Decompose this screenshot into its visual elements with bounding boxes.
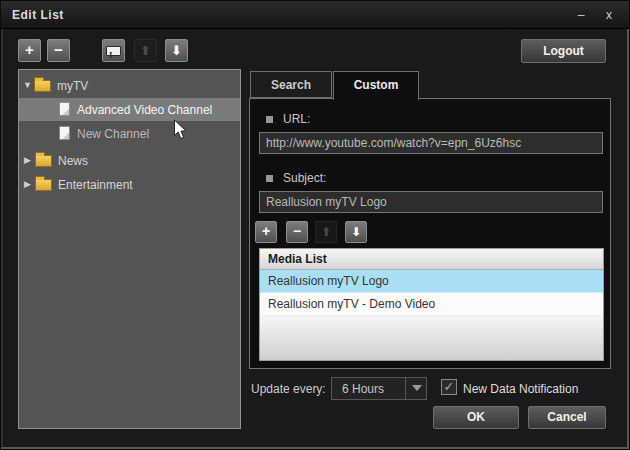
chevron-down-icon [412,385,422,391]
tree-item-entertainment[interactable]: ▶ Entertainment [19,173,240,196]
down-arrow-icon: ⬇ [346,222,366,242]
url-input[interactable] [259,132,603,154]
chevron-expanded-icon: ▼ [23,80,32,90]
subject-label: Subject: [283,171,326,185]
update-interval-dropdown[interactable]: 6 Hours [331,377,427,400]
document-icon [59,126,70,140]
update-every-label: Update every: [251,382,326,396]
up-arrow-icon: ⬆ [135,40,156,61]
tree-item-new-channel[interactable]: New Channel [19,122,240,145]
tree-item-advanced-video-channel[interactable]: Advanced Video Channel [19,98,240,121]
tab-custom[interactable]: Custom [333,71,419,100]
logout-button[interactable]: Logout [521,39,606,63]
remove-channel-button[interactable]: − [47,39,70,62]
down-arrow-icon: ⬇ [166,40,187,61]
minus-icon: − [54,41,63,58]
check-icon: ✓ [444,379,455,394]
update-interval-value: 6 Hours [342,382,384,396]
media-add-button[interactable]: + [255,221,277,243]
subject-input[interactable] [259,191,603,213]
url-label: URL: [283,112,310,126]
dropdown-arrow-button[interactable] [405,378,426,399]
custom-tab-panel: URL: Subject: + − ⬆ ⬇ Media List Reallus… [249,98,611,369]
tree-item-label: New Channel [77,127,149,141]
add-channel-button[interactable]: + [18,39,41,62]
cancel-button[interactable]: Cancel [528,406,606,429]
close-button[interactable]: x [599,6,619,24]
media-list-row[interactable]: Reallusion myTV - Demo Video [260,293,603,316]
title-bar: Edit List – x [1,1,630,29]
plus-icon: + [25,41,34,58]
ok-button[interactable]: OK [433,406,519,429]
bullet-icon [266,116,273,123]
window-title: Edit List [12,8,64,22]
folder-icon [34,80,51,92]
mouse-cursor [173,119,188,144]
tree-item-label: myTV [57,79,88,93]
media-list-row[interactable]: Reallusion myTV Logo [260,270,603,293]
move-down-button[interactable]: ⬇ [165,39,188,62]
up-arrow-icon: ⬆ [316,222,336,242]
tree-item-label: Advanced Video Channel [77,103,212,117]
folder-icon [35,179,52,191]
tree-item-label: Entertainment [58,178,133,192]
edit-list-window: Edit List – x + − ⬆ ⬇ Logout ▼ myTV Adva… [0,0,630,450]
tree-item-mytv[interactable]: ▼ myTV [19,74,240,97]
new-data-notification-label: New Data Notification [463,382,578,396]
media-move-up-button-disabled: ⬆ [315,221,337,243]
media-move-down-button[interactable]: ⬇ [345,221,367,243]
plus-icon: + [262,223,270,239]
tab-search[interactable]: Search [250,71,332,98]
rename-channel-button[interactable] [102,39,125,62]
media-list-header: Media List [260,249,603,270]
move-up-button-disabled: ⬆ [134,39,157,62]
media-list: Media List Reallusion myTV Logo Reallusi… [259,248,604,361]
media-remove-button[interactable]: − [286,221,308,243]
tree-item-label: News [58,154,88,168]
tree-item-news[interactable]: ▶ News [19,149,240,172]
minimize-button[interactable]: – [571,6,591,24]
bullet-icon [266,175,273,182]
document-icon [59,102,70,116]
chevron-collapsed-icon: ▶ [24,179,31,189]
new-data-notification-checkbox[interactable]: ✓ [441,379,457,395]
rename-icon [106,46,121,56]
chevron-collapsed-icon: ▶ [24,155,31,165]
folder-icon [35,155,52,167]
channel-tree: ▼ myTV Advanced Video Channel New Channe… [18,69,241,429]
minus-icon: − [293,223,301,239]
